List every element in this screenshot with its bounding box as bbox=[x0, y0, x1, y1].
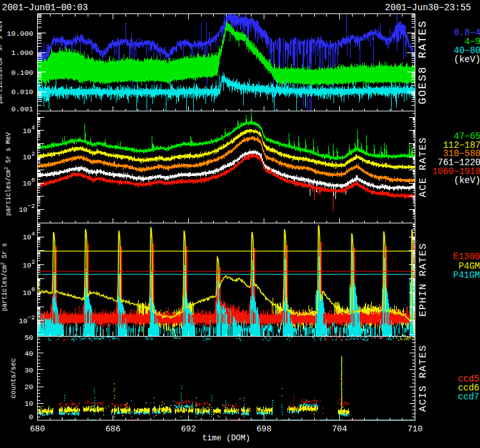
svg-text:2: 2 bbox=[31, 150, 35, 157]
svg-text:698: 698 bbox=[257, 424, 271, 434]
svg-text:692: 692 bbox=[181, 424, 196, 434]
svg-text:10: 10 bbox=[22, 179, 31, 188]
svg-text:(keV): (keV) bbox=[454, 175, 480, 186]
svg-text:2001−Jun30−23:55: 2001−Jun30−23:55 bbox=[385, 3, 471, 13]
svg-text:30: 30 bbox=[24, 366, 33, 374]
svg-text:50: 50 bbox=[24, 333, 33, 342]
svg-text:4: 4 bbox=[31, 230, 35, 237]
svg-text:4: 4 bbox=[31, 124, 35, 131]
svg-text:−2: −2 bbox=[28, 203, 35, 210]
svg-text:GOES8 RATES: GOES8 RATES bbox=[417, 20, 429, 104]
svg-text:time (DOM): time (DOM) bbox=[202, 434, 250, 443]
svg-text:40: 40 bbox=[24, 349, 33, 358]
svg-text:1.000: 1.000 bbox=[11, 49, 33, 57]
svg-text:2: 2 bbox=[31, 259, 35, 266]
svg-text:EPHIN RATES: EPHIN RATES bbox=[417, 243, 429, 317]
svg-text:10: 10 bbox=[24, 399, 33, 408]
svg-text:2001−Jun01−00:03: 2001−Jun01−00:03 bbox=[2, 3, 88, 13]
svg-text:P41GM: P41GM bbox=[453, 270, 480, 280]
svg-text:10: 10 bbox=[19, 317, 28, 325]
svg-text:686: 686 bbox=[106, 424, 120, 434]
svg-text:10: 10 bbox=[19, 205, 28, 214]
svg-text:10: 10 bbox=[22, 127, 31, 135]
svg-text:20: 20 bbox=[24, 383, 33, 391]
svg-text:−2: −2 bbox=[28, 314, 35, 321]
svg-text:0.010: 0.010 bbox=[11, 88, 33, 96]
svg-text:10: 10 bbox=[22, 233, 31, 241]
svg-text:0: 0 bbox=[31, 286, 35, 293]
svg-text:10: 10 bbox=[22, 261, 31, 269]
svg-text:10.000: 10.000 bbox=[7, 29, 34, 38]
svg-text:710: 710 bbox=[408, 424, 422, 434]
svg-text:0.001: 0.001 bbox=[11, 105, 33, 113]
svg-text:ACE RATES: ACE RATES bbox=[417, 137, 429, 198]
svg-text:(keV): (keV) bbox=[454, 54, 480, 65]
svg-text:ACIS RATES: ACIS RATES bbox=[417, 344, 429, 412]
svg-text:10: 10 bbox=[22, 153, 31, 161]
svg-text:particles/cm2 Sr s: particles/cm2 Sr s bbox=[0, 243, 8, 312]
svg-text:particles/cm2 Sr s MeV: particles/cm2 Sr s MeV bbox=[4, 132, 12, 216]
svg-text:0: 0 bbox=[29, 413, 33, 421]
svg-text:0.100: 0.100 bbox=[11, 68, 33, 77]
svg-text:counts/sec: counts/sec bbox=[10, 358, 17, 398]
svg-text:ccd7: ccd7 bbox=[458, 392, 479, 402]
svg-text:704: 704 bbox=[332, 424, 348, 434]
svg-text:particles/cm2 sr s keV: particles/cm2 sr s keV bbox=[0, 20, 4, 104]
svg-text:0: 0 bbox=[31, 177, 35, 184]
svg-text:10: 10 bbox=[22, 289, 31, 297]
svg-text:680: 680 bbox=[30, 424, 45, 434]
